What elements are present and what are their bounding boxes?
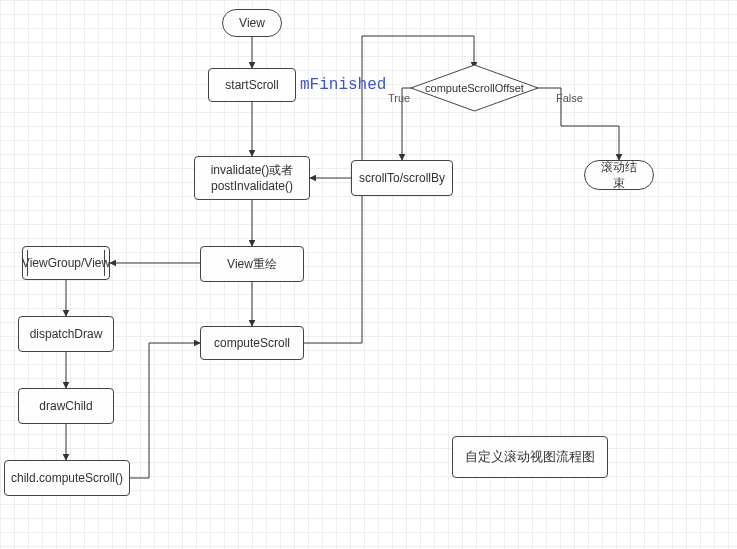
label-false: False	[556, 92, 583, 104]
annotation-mfinished: mFinished	[300, 76, 386, 94]
subroutine-viewgroup: ViewGroup/View	[22, 246, 110, 280]
decision-compute-scroll-offset: computeScrollOffset	[410, 64, 539, 112]
process-dispatch-draw: dispatchDraw	[18, 316, 114, 352]
process-invalidate: invalidate()或者 postInvalidate()	[194, 156, 310, 200]
process-scroll-to: scrollTo/scrollBy	[351, 160, 453, 196]
caption-box: 自定义滚动视图流程图	[452, 436, 608, 478]
terminator-view: View	[222, 9, 282, 37]
process-compute-scroll: computeScroll	[200, 326, 304, 360]
process-child-compute-scroll: child.computeScroll()	[4, 460, 130, 496]
terminator-scroll-end: 滚动结束	[584, 160, 654, 190]
label-true: True	[388, 92, 410, 104]
process-view-redraw: View重绘	[200, 246, 304, 282]
process-draw-child: drawChild	[18, 388, 114, 424]
decision-label: computeScrollOffset	[410, 64, 539, 112]
process-start-scroll: startScroll	[208, 68, 296, 102]
